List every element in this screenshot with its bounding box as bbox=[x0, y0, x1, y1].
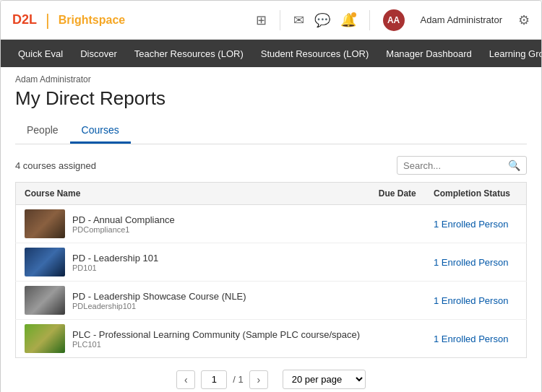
course-code-1: PD101 bbox=[72, 263, 158, 272]
enrolled-link-2[interactable]: 1 Enrolled Person bbox=[434, 295, 508, 306]
chat-icon[interactable]: 💬 bbox=[314, 12, 330, 28]
tabs: People Courses bbox=[15, 118, 527, 144]
enrolled-cell-1: 1 Enrolled Person bbox=[425, 243, 526, 282]
per-page-select[interactable]: 20 per page 50 per page 100 per page bbox=[283, 370, 366, 389]
toolbar: 4 courses assigned 🔍 bbox=[15, 156, 527, 175]
next-page-button[interactable]: › bbox=[249, 370, 268, 389]
course-name-0: PD - Annual Compliance bbox=[72, 214, 175, 225]
enrolled-cell-0: 1 Enrolled Person bbox=[425, 205, 526, 243]
due-date-cell-2 bbox=[370, 282, 425, 320]
enrolled-link-1[interactable]: 1 Enrolled Person bbox=[434, 257, 508, 268]
table-row: PD - Leadership 101 PD101 1 Enrolled Per… bbox=[16, 243, 527, 282]
course-name-2: PD - Leadership Showcase Course (NLE) bbox=[72, 291, 246, 302]
course-cell-2: PD - Leadership Showcase Course (NLE) PD… bbox=[16, 282, 370, 320]
notification-dot bbox=[351, 12, 356, 17]
search-input[interactable] bbox=[403, 160, 508, 171]
table-row: PD - Annual Compliance PDCompliance1 1 E… bbox=[16, 205, 527, 243]
nav-learning-groups[interactable]: Learning Groups bbox=[481, 40, 542, 67]
table-header-row: Course Name Due Date Completion Status bbox=[16, 183, 527, 205]
page-title: My Direct Reports bbox=[15, 87, 527, 110]
due-date-cell-3 bbox=[370, 320, 425, 358]
breadcrumb: Adam Administrator bbox=[1, 67, 541, 87]
logo-d2l: D2L bbox=[12, 12, 37, 27]
nav-teacher-resources[interactable]: Teacher Resources (LOR) bbox=[126, 40, 252, 67]
tab-courses[interactable]: Courses bbox=[70, 118, 131, 144]
pagination: ‹ / 1 › 20 per page 50 per page 100 per … bbox=[15, 358, 527, 392]
due-date-cell-0 bbox=[370, 205, 425, 243]
divider-2 bbox=[369, 10, 370, 30]
due-date-cell-1 bbox=[370, 243, 425, 282]
col-course-name: Course Name bbox=[16, 183, 370, 205]
page-total: / 1 bbox=[233, 374, 243, 385]
courses-count: 4 courses assigned bbox=[15, 160, 96, 171]
course-thumbnail-1 bbox=[25, 248, 65, 276]
mail-icon[interactable]: ✉ bbox=[293, 12, 304, 28]
enrolled-link-0[interactable]: 1 Enrolled Person bbox=[434, 219, 508, 230]
course-cell-0: PD - Annual Compliance PDCompliance1 bbox=[16, 205, 370, 243]
nav-student-resources[interactable]: Student Resources (LOR) bbox=[252, 40, 378, 67]
tab-people[interactable]: People bbox=[15, 118, 70, 144]
nav-discover[interactable]: Discover bbox=[72, 40, 126, 67]
table-row: PLC - Professional Learning Community (S… bbox=[16, 320, 527, 358]
courses-table: Course Name Due Date Completion Status P… bbox=[15, 182, 527, 358]
enrolled-link-3[interactable]: 1 Enrolled Person bbox=[434, 334, 508, 344]
waffle-icon[interactable]: ⊞ bbox=[256, 12, 267, 28]
course-code-3: PLC101 bbox=[72, 340, 360, 349]
nav-quick-eval[interactable]: Quick Eval bbox=[9, 40, 72, 67]
logo-separator: | bbox=[46, 11, 50, 30]
search-box: 🔍 bbox=[397, 156, 527, 175]
course-name-1: PD - Leadership 101 bbox=[72, 253, 158, 263]
main-content: My Direct Reports People Courses 4 cours… bbox=[1, 87, 541, 392]
logo: D2L | Brightspace bbox=[12, 11, 125, 30]
nav-manager-dashboard[interactable]: Manager Dashboard bbox=[377, 40, 481, 67]
divider-1 bbox=[280, 10, 280, 30]
avatar[interactable]: AA bbox=[383, 9, 405, 31]
prev-page-button[interactable]: ‹ bbox=[176, 370, 195, 389]
enrolled-cell-2: 1 Enrolled Person bbox=[425, 282, 526, 320]
course-code-0: PDCompliance1 bbox=[72, 225, 175, 234]
header: D2L | Brightspace ⊞ ✉ 💬 🔔 AA Adam Admini… bbox=[1, 1, 541, 40]
col-due-date: Due Date bbox=[370, 183, 425, 205]
col-completion-status: Completion Status bbox=[425, 183, 526, 205]
enrolled-cell-3: 1 Enrolled Person bbox=[425, 320, 526, 358]
course-thumbnail-3 bbox=[25, 324, 65, 353]
settings-icon[interactable]: ⚙ bbox=[518, 12, 530, 28]
course-cell-1: PD - Leadership 101 PD101 bbox=[16, 243, 370, 282]
bell-icon[interactable]: 🔔 bbox=[340, 12, 356, 28]
course-cell-3: PLC - Professional Learning Community (S… bbox=[16, 320, 370, 358]
page-number-input[interactable] bbox=[201, 370, 227, 389]
search-icon: 🔍 bbox=[508, 160, 520, 171]
table-row: PD - Leadership Showcase Course (NLE) PD… bbox=[16, 282, 527, 320]
app-window: D2L | Brightspace ⊞ ✉ 💬 🔔 AA Adam Admini… bbox=[0, 0, 542, 392]
logo-brightspace: Brightspace bbox=[59, 14, 125, 27]
header-icons: ⊞ ✉ 💬 🔔 AA Adam Administrator ⚙ bbox=[256, 9, 530, 31]
course-thumbnail-0 bbox=[25, 209, 65, 238]
nav-bar: Quick Eval Discover Teacher Resources (L… bbox=[1, 40, 541, 67]
admin-name-label: Adam Administrator bbox=[421, 14, 502, 25]
course-code-2: PDLeadership101 bbox=[72, 302, 246, 310]
course-name-3: PLC - Professional Learning Community (S… bbox=[72, 329, 360, 340]
course-thumbnail-2 bbox=[25, 286, 65, 315]
